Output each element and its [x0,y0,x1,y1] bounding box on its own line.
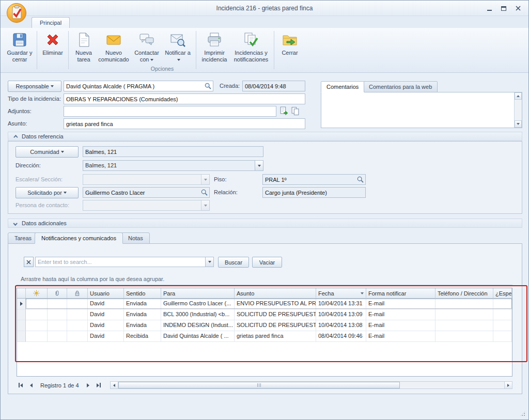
nueva-tarea-button[interactable]: Nueva tarea [71,29,97,64]
table-row[interactable]: David Enviada BCL 3000 (Industrial) <b..… [17,309,512,320]
solicitado-input[interactable] [83,187,210,198]
titlebar[interactable]: Incidencia 216 - grietas pared finca [1,1,528,16]
guardar-cerrar-button[interactable]: Guardar y cerrar [5,29,35,64]
tipo-input[interactable] [64,94,305,104]
asunto-input[interactable] [64,118,305,129]
cell-fecha: 08/04/2014 09:46 [316,331,366,342]
thumb-grip-icon [257,383,261,387]
tab-principal[interactable]: Principal [32,17,70,28]
tab-comentarios[interactable]: Comentarios [321,81,364,92]
comunidad-button[interactable]: Comunidad [15,146,79,158]
cell-asunto: ENVIO PRESUPUESTO AL PR... [235,299,316,309]
magnifier-icon[interactable] [205,83,211,89]
direccion-label: Dirección: [15,162,41,168]
piso-field [262,174,366,185]
minimize-button[interactable] [484,4,494,12]
column-header-espera[interactable]: ¿Espe... [493,288,512,299]
responsable-input[interactable] [64,81,213,91]
add-attachment-button[interactable] [279,106,289,116]
table-row[interactable]: David Recibida David Quintas Alcalde ( .… [17,331,512,342]
cell-espera [493,309,512,320]
table-row[interactable]: David Enviada INDEMO DESIGN (Indust... S… [17,320,512,331]
copy-attachment-button[interactable] [291,106,300,116]
sort-descending-icon [361,292,364,294]
vaciar-button[interactable]: Vaciar [252,257,282,268]
notificaciones-panel: Buscar Vaciar Arrastre hasta aquí la col… [8,243,522,394]
buscar-button[interactable]: Buscar [218,257,249,268]
column-header-sentido[interactable]: Sentido [124,288,161,299]
arrow-left-icon [113,384,115,387]
scrollbar-track[interactable] [118,382,504,388]
section-datos-adicionales[interactable]: Datos adicionales [8,219,522,228]
cell-usuario: David [88,309,124,320]
column-header-priority[interactable] [26,288,48,299]
table-row[interactable]: David Enviada Guillermo Castro Llacer (.… [17,299,512,309]
prev-record-button[interactable] [27,381,35,389]
last-record-button[interactable] [95,381,103,389]
piso-input[interactable] [262,174,366,185]
column-header-lock[interactable] [67,288,88,299]
notificar-a-button[interactable]: Notificar a [163,29,193,64]
horizontal-scrollbar[interactable] [110,381,512,389]
nuevo-comunicado-button[interactable]: Nuevo comunicado [97,29,131,64]
combo-dropdown-button[interactable] [255,161,263,170]
next-record-button[interactable] [84,381,92,389]
column-header-para[interactable]: Para [161,288,235,299]
imprimir-incidencia-button[interactable]: Imprimir incidencia [198,29,230,64]
section-datos-referencia[interactable]: Datos referencia [8,132,522,141]
responsable-button[interactable]: Responsable [8,81,61,92]
cell-sentido: Recibida [124,331,161,342]
tab-tareas[interactable]: Tareas [8,232,38,244]
restore-button[interactable] [499,4,509,12]
row-indicator [17,320,26,331]
record-navigator: Registro 1 de 4 [17,381,512,390]
scroll-down-button[interactable] [515,120,522,128]
vertical-scrollbar[interactable] [514,92,522,128]
search-input[interactable] [36,257,205,267]
cell-sentido: Enviada [124,309,161,320]
magnifier-icon[interactable] [357,176,364,183]
search-dropdown-button[interactable] [205,257,213,267]
incidencias-notificaciones-button[interactable]: Incidencias y notificaciones [230,29,272,64]
cell-telefono [435,331,493,342]
clear-search-button[interactable] [24,257,34,267]
column-header-fecha[interactable]: Fecha [316,288,366,299]
adjuntos-input[interactable] [64,106,276,117]
tab-notificaciones[interactable]: Notificaciones y comunicados [35,232,123,244]
direccion-combo[interactable]: Balmes, 121 [83,160,263,171]
scroll-up-button[interactable] [515,92,522,100]
group-by-panel[interactable]: Arrastre hasta aquí la columna por la qu… [17,273,512,285]
combo-dropdown-button [201,200,209,210]
current-row-icon [20,302,23,306]
cell-attachment [48,309,67,320]
tab-notas[interactable]: Notas [121,232,150,244]
relacion-input[interactable] [262,187,366,198]
tab-comentarios-web[interactable]: Comentarios para la web [363,81,438,92]
column-header-usuario[interactable]: Usuario [88,288,124,299]
lock-icon [74,290,81,297]
column-header-forma[interactable]: Forma notificar [366,288,435,299]
contactar-con-button[interactable]: Contactar con [131,29,163,64]
first-record-button[interactable] [17,381,25,389]
group-caption-opciones: Opciones [131,66,194,72]
creada-input[interactable] [242,81,305,91]
eliminar-button[interactable]: Eliminar [39,29,66,57]
envelope-icon [105,32,122,48]
cell-attachment [48,331,67,342]
cell-forma: E-mail [366,331,435,342]
solicitado-por-button[interactable]: Solicitado por [15,187,79,198]
scroll-left-button[interactable] [111,382,118,388]
scrollbar-thumb[interactable] [118,382,400,388]
resize-grip[interactable] [519,410,526,417]
close-button[interactable] [513,4,523,12]
scroll-right-button[interactable] [504,382,512,388]
cell-forma: E-mail [366,309,435,320]
comunidad-input[interactable] [83,146,263,157]
column-header-telefono[interactable]: Teléfono / Dirección [435,288,493,299]
comentarios-textarea[interactable] [321,92,522,128]
cerrar-button[interactable]: Cerrar [276,29,303,57]
cell-usuario: David [88,331,124,342]
magnifier-icon[interactable] [201,189,208,196]
column-header-asunto[interactable]: Asunto [235,288,316,299]
column-header-attachment[interactable] [48,288,67,299]
